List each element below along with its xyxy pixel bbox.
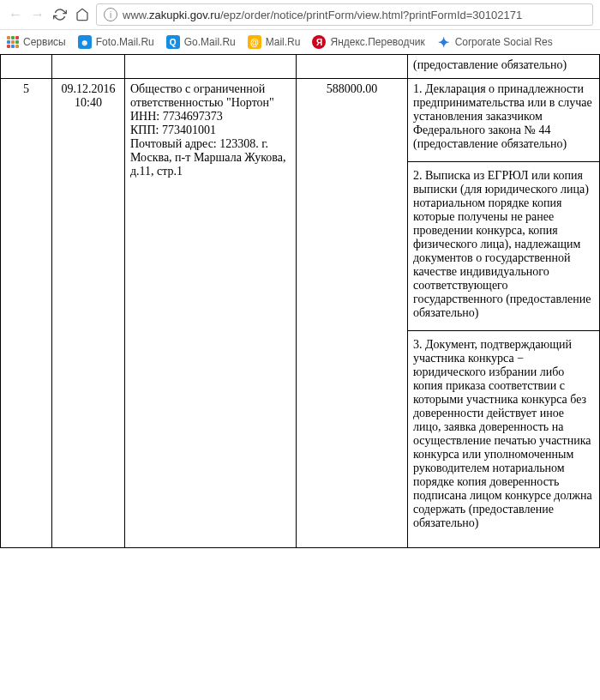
bookmark-label: Mail.Ru — [266, 36, 301, 48]
doc-item: 1. Декларация о принадлежности предприни… — [408, 79, 599, 158]
page-content: (предоставление обязательно) 5 09.12.201… — [0, 54, 600, 548]
csr-icon: ✦ — [437, 35, 451, 49]
go-mail-icon: Q — [166, 35, 180, 49]
cell-org: Общество с ограниченной ответственностью… — [125, 79, 297, 548]
bookmark-csr[interactable]: ✦ Corporate Social Res — [437, 35, 553, 49]
cell-amount: 588000.00 — [297, 79, 408, 548]
doc-item: 2. Выписка из ЕГРЮЛ или копия выписки (д… — [408, 161, 599, 327]
bookmark-foto-mail[interactable]: ☻ Foto.Mail.Ru — [78, 35, 154, 49]
bookmark-label: Foto.Mail.Ru — [96, 36, 154, 48]
bookmark-label: Яндекс.Переводчик — [330, 36, 424, 48]
bookmarks-bar: Сервисы ☻ Foto.Mail.Ru Q Go.Mail.Ru @ Ma… — [0, 30, 600, 54]
forward-button[interactable]: → — [29, 6, 46, 23]
apps-icon — [7, 36, 19, 48]
cell-docs: (предоставление обязательно) — [408, 55, 600, 79]
apps-label: Сервисы — [23, 36, 66, 48]
bookmark-label: Corporate Social Res — [455, 36, 553, 48]
cell-org — [125, 55, 297, 79]
cell-num — [1, 55, 52, 79]
cell-date — [52, 55, 125, 79]
table-row-prev: (предоставление обязательно) — [1, 55, 600, 79]
bookmark-label: Go.Mail.Ru — [184, 36, 236, 48]
cell-docs: 1. Декларация о принадлежности предприни… — [408, 79, 600, 548]
table-row: 5 09.12.2016 10:40 Общество с ограниченн… — [1, 79, 600, 548]
apps-button[interactable]: Сервисы — [7, 36, 66, 48]
mail-icon: @ — [248, 35, 261, 49]
address-bar[interactable]: i www.zakupki.gov.ru/epz/order/notice/pr… — [96, 3, 593, 26]
cell-amount — [297, 55, 408, 79]
bookmark-mail[interactable]: @ Mail.Ru — [248, 35, 301, 49]
cell-date: 09.12.2016 10:40 — [52, 79, 125, 548]
doc-item: 3. Документ, подтверждающий участника ко… — [408, 330, 599, 547]
bookmark-go-mail[interactable]: Q Go.Mail.Ru — [166, 35, 236, 49]
yandex-icon: Я — [312, 35, 326, 49]
prev-doc-tail: (предоставление обязательно) — [413, 58, 594, 72]
bookmark-yandex[interactable]: Я Яндекс.Переводчик — [312, 35, 424, 49]
back-button[interactable]: ← — [7, 6, 24, 23]
browser-toolbar: ← → i www.zakupki.gov.ru/epz/order/notic… — [0, 0, 600, 30]
home-button[interactable] — [74, 6, 91, 23]
url-text: www.zakupki.gov.ru/epz/order/notice/prin… — [123, 9, 522, 21]
reload-button[interactable] — [51, 6, 69, 23]
site-info-icon[interactable]: i — [104, 8, 117, 21]
foto-mail-icon: ☻ — [78, 35, 92, 49]
procurement-table: (предоставление обязательно) 5 09.12.201… — [0, 54, 600, 548]
cell-num: 5 — [1, 79, 52, 548]
